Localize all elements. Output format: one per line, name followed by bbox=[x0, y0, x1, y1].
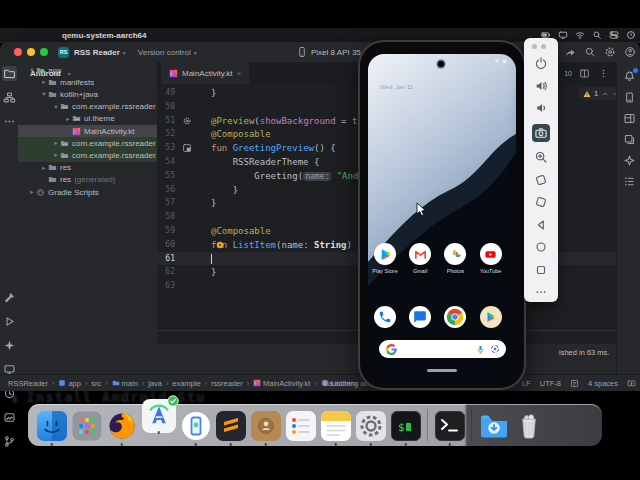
apple-menu-icon[interactable] bbox=[38, 30, 48, 41]
breadcrumb-app[interactable]: app bbox=[58, 379, 81, 388]
breadcrumb-rssreader[interactable]: rssreader bbox=[211, 379, 243, 388]
dock-app-terminal[interactable] bbox=[435, 411, 465, 441]
git-branch-icon[interactable] bbox=[2, 434, 17, 449]
volume-up-icon[interactable] bbox=[534, 79, 548, 93]
lens-icon[interactable] bbox=[490, 344, 500, 354]
breadcrumb-java[interactable]: java bbox=[148, 379, 162, 388]
build-hammer-icon[interactable] bbox=[2, 290, 17, 305]
screen-share-icon[interactable] bbox=[627, 379, 636, 388]
share-icon[interactable] bbox=[564, 46, 576, 58]
rotate-left-icon[interactable] bbox=[534, 173, 548, 187]
back-icon[interactable] bbox=[534, 218, 548, 232]
dock-app-system-settings[interactable] bbox=[356, 411, 386, 441]
emulator-minimize-dot[interactable] bbox=[541, 44, 546, 49]
rotate-right-icon[interactable] bbox=[534, 195, 548, 209]
inspection-widget[interactable]: 1 bbox=[578, 87, 616, 100]
more-vert-icon[interactable] bbox=[597, 67, 610, 80]
tree-item-gradle-scripts[interactable]: ▸Gradle Scripts bbox=[18, 186, 167, 198]
chevron-right-icon[interactable]: ▸ bbox=[40, 78, 48, 86]
breadcrumb-example[interactable]: example bbox=[172, 379, 200, 388]
chevron-down-icon[interactable]: ▾ bbox=[52, 103, 60, 111]
dock-app-sublime-text[interactable] bbox=[216, 411, 246, 441]
settings-icon[interactable] bbox=[604, 46, 616, 58]
dock-app-trash[interactable] bbox=[514, 411, 544, 441]
dock-app-emulator-app[interactable] bbox=[181, 411, 211, 441]
close-tab-icon[interactable]: × bbox=[237, 69, 242, 78]
lens-icon[interactable] bbox=[490, 344, 500, 354]
more-horiz-icon[interactable] bbox=[2, 114, 17, 129]
phone-layout-icon[interactable] bbox=[623, 112, 636, 125]
clock-icon[interactable] bbox=[626, 30, 636, 40]
app-youtube[interactable]: YouTube bbox=[474, 243, 508, 274]
dock-app-finder[interactable] bbox=[37, 411, 67, 441]
wifi-icon[interactable] bbox=[575, 30, 585, 40]
dock-app-firefox[interactable] bbox=[107, 411, 137, 441]
editor-tab-mainactivity[interactable]: MainActivity.kt × bbox=[161, 62, 249, 84]
tree-item-kotlin-java[interactable]: ▾kotlin+java bbox=[18, 88, 179, 100]
split-icon[interactable] bbox=[578, 67, 591, 80]
search-icon[interactable] bbox=[584, 46, 596, 58]
spotlight-icon[interactable] bbox=[592, 30, 602, 40]
breadcrumb-mainactivity-kt[interactable]: MainActivity.kt bbox=[253, 379, 310, 388]
more-icon[interactable] bbox=[534, 285, 548, 299]
control-center-icon[interactable] bbox=[609, 30, 619, 40]
app-play-store[interactable]: Play Store bbox=[368, 243, 402, 274]
line-ending[interactable]: LF bbox=[522, 379, 531, 388]
emulator-close-dot[interactable] bbox=[532, 44, 537, 49]
indent-size[interactable]: 4 spaces bbox=[588, 379, 618, 388]
google-search-bar[interactable] bbox=[379, 340, 506, 358]
layers-icon[interactable] bbox=[623, 133, 636, 146]
chevron-down-icon[interactable]: ▾ bbox=[40, 90, 48, 98]
chevron-up-icon[interactable] bbox=[601, 90, 609, 98]
assistant-spark-icon[interactable] bbox=[623, 154, 636, 167]
close-window-button[interactable] bbox=[14, 48, 22, 56]
structure-list-icon[interactable] bbox=[623, 175, 636, 188]
dock-app-iterm[interactable]: $ bbox=[391, 411, 421, 441]
screenshot-camera-icon[interactable] bbox=[532, 124, 550, 142]
editor-config-icon[interactable] bbox=[570, 379, 579, 388]
chevron-right-icon[interactable]: ▸ bbox=[40, 164, 48, 172]
chevron-right-icon[interactable]: ▸ bbox=[52, 151, 60, 159]
tree-item-manifests[interactable]: ▸manifests bbox=[18, 76, 179, 88]
encoding[interactable]: UTF-8 bbox=[540, 379, 561, 388]
dock-app-notes[interactable] bbox=[321, 411, 351, 441]
device-selector[interactable]: Pixel 8 API 35 ▾ bbox=[296, 42, 370, 62]
chevron-right-icon[interactable]: ▸ bbox=[52, 139, 60, 147]
home-icon[interactable] bbox=[534, 240, 548, 254]
minimize-window-button[interactable] bbox=[27, 48, 35, 56]
notifications-bell-icon[interactable] bbox=[623, 70, 636, 83]
power-icon[interactable] bbox=[534, 56, 548, 70]
dock-app-messages[interactable] bbox=[403, 306, 437, 328]
display-icon[interactable] bbox=[558, 30, 568, 40]
structure-icon[interactable] bbox=[2, 90, 17, 105]
app-gmail[interactable]: Gmail bbox=[403, 243, 437, 274]
logcat-icon[interactable] bbox=[2, 410, 17, 425]
tree-item-res[interactable]: res(generated) bbox=[18, 174, 179, 186]
breadcrumb-main[interactable]: main bbox=[112, 379, 138, 388]
app-photos[interactable]: Photos bbox=[438, 243, 472, 274]
volume-down-icon[interactable] bbox=[534, 101, 548, 115]
version-control-menu[interactable]: Version control bbox=[138, 48, 191, 57]
overview-icon[interactable] bbox=[534, 263, 548, 277]
mic-icon[interactable] bbox=[476, 345, 485, 354]
editor-config-icon[interactable] bbox=[570, 379, 579, 388]
tree-item-res[interactable]: ▸res bbox=[18, 162, 179, 174]
tree-item-app[interactable]: ▾app bbox=[18, 64, 167, 76]
chevron-down-icon[interactable]: ▾ bbox=[28, 66, 36, 74]
dock-app-chrome[interactable] bbox=[438, 306, 472, 328]
compose-run-icon[interactable] bbox=[216, 241, 224, 249]
zoom-window-button[interactable] bbox=[40, 48, 48, 56]
breadcrumb-src[interactable]: src bbox=[91, 379, 101, 388]
gear-icon[interactable] bbox=[182, 116, 192, 126]
preview-icon[interactable] bbox=[182, 143, 192, 153]
chevron-up-icon[interactable] bbox=[601, 90, 609, 98]
chevron-right-icon[interactable]: ▸ bbox=[28, 188, 36, 196]
run-icon[interactable] bbox=[2, 314, 17, 329]
dock-app-play-store-tan[interactable] bbox=[474, 306, 508, 328]
menu-app-name[interactable]: qemu-system-aarch64 bbox=[62, 31, 146, 40]
phone-screen[interactable]: 4:01 Wed, Jan 11 Play StoreGmailPhotosYo… bbox=[368, 54, 516, 381]
home-indicator[interactable] bbox=[427, 369, 457, 372]
dock-app-launchpad[interactable] bbox=[72, 411, 102, 441]
device-manager-icon[interactable] bbox=[623, 91, 636, 104]
dock-app-phone-call[interactable] bbox=[368, 306, 402, 328]
